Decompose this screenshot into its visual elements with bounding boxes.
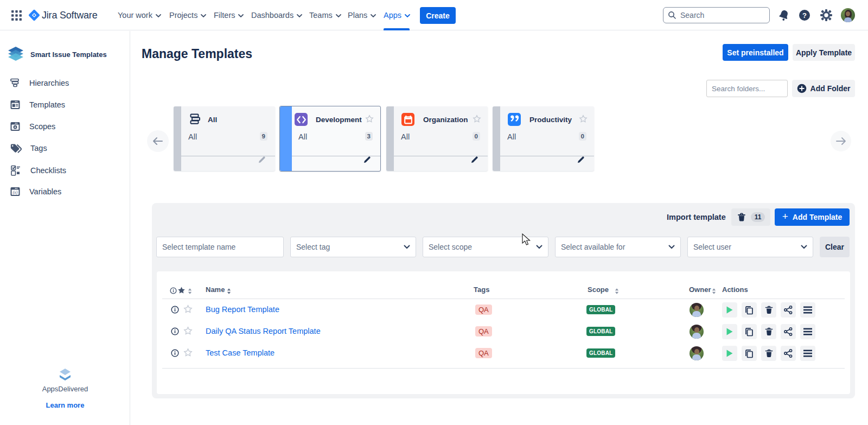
svg-text:(x): (x) [13,190,18,195]
svg-text:?: ? [802,11,807,20]
